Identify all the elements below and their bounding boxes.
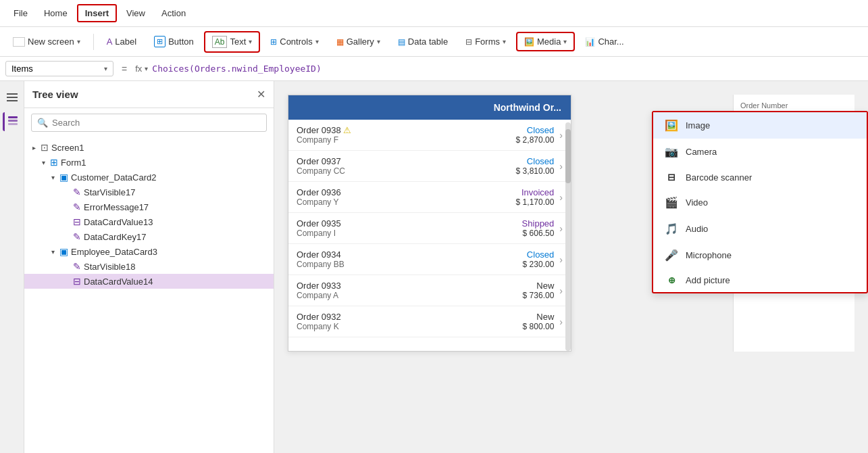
button-button[interactable]: ⊞ Button: [147, 32, 201, 51]
order-company-0932: Company K: [297, 322, 517, 331]
menu-action[interactable]: Action: [155, 5, 193, 21]
video-icon: 🎬: [664, 196, 679, 209]
scrollbar[interactable]: [565, 122, 571, 351]
controls-button[interactable]: ⊞ Controls ▾: [263, 32, 326, 51]
dropdown-item-video[interactable]: 🎬 Video: [653, 189, 867, 216]
image-icon: 🖼️: [664, 119, 679, 132]
data-table-button[interactable]: ▤ Data table: [390, 32, 455, 51]
order-num-0938: Order 0938: [297, 125, 341, 135]
dropdown-item-audio[interactable]: 🎵 Audio: [653, 216, 867, 242]
tree-item-screen1[interactable]: ▸ ⊡ Screen1: [24, 140, 274, 155]
media-button[interactable]: 🖼️ Media ▾: [516, 32, 575, 51]
order-row-0932[interactable]: Order 0932 Company K New $ 800.00 ›: [288, 306, 571, 337]
expand-screen1: ▸: [30, 144, 38, 151]
order-status-0936: Invoiced: [516, 187, 555, 197]
formula-input[interactable]: [152, 64, 863, 74]
order-row-0938[interactable]: Order 0938 ⚠ Company F Closed $ 2,870.00…: [288, 120, 571, 151]
controls-label: Controls: [280, 37, 312, 47]
svg-rect-0: [7, 93, 18, 95]
gallery-button[interactable]: ▦ Gallery ▾: [329, 32, 388, 51]
text-button[interactable]: Ab Text ▾: [204, 31, 261, 53]
text-icon: Ab: [212, 36, 228, 48]
expand-employee-datacard3: ▾: [49, 248, 57, 256]
tree-item-starvisible17[interactable]: ✎ StarVisible17: [24, 185, 274, 199]
order-amount-0935: $ 606.50: [522, 229, 555, 238]
tree-item-customer-datacard2[interactable]: ▾ ▣ Customer_DataCard2: [24, 170, 274, 185]
text-label: Text: [230, 37, 246, 47]
datacardvalue-icon-14: ⊟: [73, 276, 81, 287]
order-chevron-0932: ›: [559, 316, 563, 327]
tree-header: Tree view ✕: [24, 81, 274, 108]
order-num-0933: Order 0933: [297, 281, 517, 291]
menu-home[interactable]: Home: [37, 5, 74, 21]
forms-button[interactable]: ⊟ Forms ▾: [458, 32, 513, 51]
tree-item-errormessage17[interactable]: ✎ ErrorMessage17: [24, 199, 274, 214]
formula-dropdown[interactable]: Items ▾: [5, 61, 113, 76]
dropdown-label-add-picture: Add picture: [686, 275, 730, 285]
text-chevron: ▾: [249, 38, 252, 45]
toolbar: New screen ▾ A Label ⊞ Button Ab Text ▾ …: [0, 27, 868, 57]
tree-search-input[interactable]: [52, 118, 261, 128]
tree-item-starvisible18[interactable]: ✎ StarVisible18: [24, 259, 274, 274]
camera-icon: 📷: [664, 145, 679, 158]
formula-dropdown-chevron: ▾: [104, 65, 107, 72]
menu-insert[interactable]: Insert: [77, 4, 117, 22]
order-company-0938: Company F: [297, 135, 511, 145]
order-status-0937: Closed: [516, 156, 555, 166]
divider1: [93, 34, 94, 50]
formula-equals: =: [118, 64, 131, 74]
order-chevron-0937: ›: [559, 161, 563, 172]
menu-view[interactable]: View: [120, 5, 152, 21]
order-row-0936[interactable]: Order 0936 Company Y Invoiced $ 1,170.00…: [288, 182, 571, 213]
order-amount-0937: $ 3,810.00: [516, 166, 555, 176]
edit-icon-errormessage17: ✎: [73, 201, 81, 212]
sidebar-toggle-btn-layers[interactable]: [3, 112, 22, 131]
datacard-icon-employee: ▣: [59, 246, 68, 257]
menu-file[interactable]: File: [7, 5, 34, 21]
chart-label: Char...: [598, 37, 623, 47]
chart-button[interactable]: 📊 Char...: [578, 32, 631, 51]
formula-bar: Items ▾ = fx ▾: [0, 57, 868, 81]
tree-item-datacardvalue14[interactable]: ⊟ DataCardValue14: [24, 274, 274, 289]
button-label: Button: [168, 37, 194, 47]
dropdown-item-image[interactable]: 🖼️ Image: [653, 112, 867, 139]
sidebar-toggle-btn-hamburger[interactable]: [3, 88, 22, 107]
main-layout: Tree view ✕ 🔍 ▸ ⊡ Screen1 ▾ ⊞ Form1 ▾: [0, 81, 868, 453]
tree-label-employee-datacard3: Employee_DataCard3: [71, 247, 157, 257]
tree-close-button[interactable]: ✕: [257, 88, 265, 101]
dropdown-item-add-picture[interactable]: ⊕ Add picture: [653, 268, 867, 292]
svg-rect-2: [7, 100, 18, 101]
data-table-label: Data table: [408, 37, 448, 47]
dropdown-item-microphone[interactable]: 🎤 Microphone: [653, 242, 867, 268]
forms-icon: ⊟: [465, 37, 472, 47]
tree-item-datacardvalue13[interactable]: ⊟ DataCardValue13: [24, 214, 274, 229]
order-chevron-0936: ›: [559, 192, 563, 203]
order-status-0938: Closed: [516, 125, 555, 135]
order-chevron-0935: ›: [559, 223, 563, 234]
tree-item-employee-datacard3[interactable]: ▾ ▣ Employee_DataCard3: [24, 244, 274, 259]
order-info-0937: Order 0937 Company CC: [297, 156, 511, 176]
dropdown-label-video: Video: [686, 197, 708, 208]
svg-rect-1: [7, 97, 18, 98]
formula-fx-area: fx ▾: [135, 64, 148, 74]
order-row-0934[interactable]: Order 0934 Company BB Closed $ 230.00 ›: [288, 244, 571, 275]
new-screen-button[interactable]: New screen ▾: [5, 32, 88, 51]
order-num-0936: Order 0936: [297, 187, 511, 197]
tree-item-form1[interactable]: ▾ ⊞ Form1: [24, 155, 274, 170]
order-row-0937[interactable]: Order 0937 Company CC Closed $ 3,810.00 …: [288, 151, 571, 182]
dropdown-item-camera[interactable]: 📷 Camera: [653, 139, 867, 165]
dropdown-item-barcode[interactable]: ⊟ Barcode scanner: [653, 165, 867, 189]
gallery-label: Gallery: [347, 37, 374, 47]
order-row-0933[interactable]: Order 0933 Company A New $ 736.00 ›: [288, 275, 571, 306]
controls-icon: ⊞: [270, 37, 277, 47]
tree-item-datacardkey17[interactable]: ✎ DataCardKey17: [24, 229, 274, 244]
order-info-0938: Order 0938 ⚠ Company F: [297, 125, 511, 145]
tree-search-box[interactable]: 🔍: [31, 114, 267, 132]
svg-rect-5: [8, 123, 18, 125]
order-row-0935[interactable]: Order 0935 Company I Shipped $ 606.50 ›: [288, 213, 571, 244]
order-status-0933: New: [523, 281, 555, 291]
order-info-0932: Order 0932 Company K: [297, 312, 517, 331]
label-button[interactable]: A Label: [99, 32, 144, 51]
media-icon: 🖼️: [524, 37, 534, 47]
new-screen-label: New screen: [28, 37, 74, 47]
